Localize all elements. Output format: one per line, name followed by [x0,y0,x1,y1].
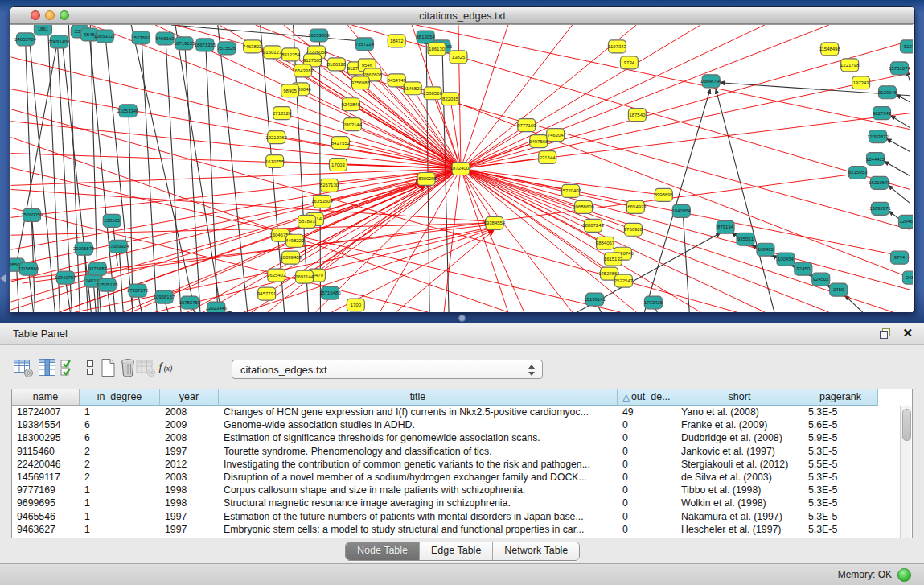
table-row[interactable]: 911546021997Tourette syndrome. Phenomeno… [12,445,912,458]
cell-name[interactable]: 14569117 [12,471,80,484]
network-node[interactable]: 822035 [441,93,459,105]
cell-short[interactable]: Jankovic et al. (1997) [676,445,803,458]
network-node[interactable]: 9227343 [873,107,892,120]
network-node[interactable]: 10688609 [573,200,594,213]
tab-edge-table[interactable]: Edge Table [420,542,493,560]
cell-pagerank[interactable]: 5.9E-5 [803,431,878,444]
cell-name[interactable]: 18724007 [12,406,80,418]
network-node[interactable]: 158165 [103,214,121,227]
network-node[interactable]: 92450 [795,262,812,275]
network-node[interactable]: 24055724 [14,33,36,46]
network-node[interactable]: 15892971 [869,202,891,215]
network-node[interactable]: 2450 [830,283,848,296]
network-node[interactable]: 9457791 [257,287,277,300]
network-node[interactable]: 879194 [717,220,734,233]
cell-year[interactable]: 2008 [160,406,219,418]
network-node[interactable]: 9756928 [624,223,643,236]
column-header-out_de[interactable]: △out_de... [618,389,676,406]
column-header-year[interactable]: year [160,389,219,406]
cell-year[interactable]: 1997 [160,523,219,536]
network-node[interactable]: 2522547 [614,274,634,287]
network-node[interactable]: 12213363 [265,131,287,144]
network-node[interactable]: 13825 [450,51,467,64]
close-panel-icon[interactable]: ✕ [902,326,913,340]
cell-pagerank[interactable]: 5.3E-5 [803,445,878,458]
cell-name[interactable]: 9463627 [12,523,80,536]
cell-in_degree[interactable]: 6 [80,431,160,444]
network-node[interactable]: 8427552 [331,137,351,150]
tab-node-table[interactable]: Node Table [346,542,420,560]
network-node[interactable]: 7515526 [217,42,236,55]
cell-title[interactable]: Structural magnetic resonance image aver… [219,496,618,509]
cell-short[interactable]: Nakamura et al. (1997) [676,510,803,523]
cell-pagerank[interactable]: 5.6E-5 [803,418,878,431]
cell-out_de[interactable]: 0 [618,523,676,536]
cell-out_de[interactable]: 0 [618,418,676,431]
cell-in_degree[interactable]: 1 [80,510,160,523]
cell-short[interactable]: Yano et al. (2008) [676,406,803,418]
network-node[interactable]: 10719155 [174,37,195,50]
network-node[interactable]: 15136141 [584,293,606,306]
network-node[interactable]: 7357224 [355,38,375,51]
network-node[interactable]: 1615132 [604,253,623,266]
column-header-in_degree[interactable]: in_degree [80,389,160,406]
network-node[interactable]: 9160123 [263,46,282,59]
cell-out_de[interactable]: 0 [618,458,676,471]
network-view[interactable]: 2405572420691406186125469546106533271527… [10,25,913,312]
network-node[interactable]: 231644 [539,151,556,164]
cell-year[interactable]: 2003 [160,471,219,484]
column-header-pagerank[interactable]: pagerank [803,389,878,406]
cell-out_de[interactable]: 0 [618,510,676,523]
table-row[interactable]: 1872400712008Changes of HCN gene express… [12,406,912,418]
float-panel-icon[interactable] [880,328,890,339]
network-node[interactable]: 21053346 [117,105,139,117]
network-node[interactable]: 9756985 [351,76,371,89]
cell-name[interactable]: 18300295 [12,431,80,444]
network-node[interactable]: 1244415 [866,153,885,166]
network-node[interactable]: 16543382 [292,64,314,77]
show-columns-icon[interactable] [36,357,59,380]
cell-year[interactable]: 1997 [160,445,219,458]
cell-short[interactable]: de Silva et al. (2003) [676,471,803,484]
cell-name[interactable]: 9115460 [12,445,80,458]
cell-short[interactable]: Wolkin et al. (1998) [676,496,803,509]
network-node[interactable]: 9466160 [155,32,175,45]
table-scrollbar-thumb[interactable] [902,409,911,441]
cell-year[interactable]: 2008 [160,431,219,444]
network-node[interactable]: 7625402 [267,269,286,282]
cell-pagerank[interactable]: 5.3E-5 [803,471,878,484]
network-node[interactable]: 746204 [547,129,565,142]
network-node[interactable]: 9734 [620,56,638,69]
new-column-icon[interactable] [97,357,119,380]
network-node[interactable]: 9497568 [529,135,548,148]
network-node[interactable]: 18300295 [416,172,437,185]
table-settings-icon[interactable] [12,357,35,380]
cell-out_de[interactable]: 0 [618,484,676,496]
network-node[interactable]: 9777169 [517,119,536,132]
network-node[interactable]: 1700 [347,299,364,311]
network-node[interactable]: 9774 [891,251,909,264]
network-node[interactable]: 7463822 [243,40,262,53]
cell-in_degree[interactable]: 2 [80,471,160,484]
table-row[interactable]: 977716911998Corpus callosum shape and si… [12,484,912,496]
network-node[interactable]: 1610755 [265,155,285,168]
cell-title[interactable]: Changes of HCN gene expression and I(f) … [219,406,618,418]
cell-in_degree[interactable]: 1 [80,496,160,509]
network-node[interactable]: 16648794 [700,75,722,88]
network-node[interactable]: 9129946 [878,86,897,99]
network-node[interactable]: 12505135 [97,278,118,291]
cell-name[interactable]: 9465546 [12,510,80,523]
network-node[interactable]: 2718120 [273,107,292,120]
network-node[interactable]: 12942757 [55,271,76,284]
network-node[interactable]: 12093872 [867,130,889,143]
network-node[interactable]: 197343 [852,76,870,89]
table-row[interactable]: 1456911722003Disruption of a novel membe… [12,471,912,484]
network-node[interactable]: 15716485 [319,286,341,299]
network-node[interactable]: 17003 [329,159,347,171]
cell-out_de[interactable]: 0 [618,431,676,444]
table-scrollbar[interactable] [900,406,911,538]
table-row[interactable]: 946554611997Estimation of the future num… [12,510,912,523]
cell-title[interactable]: Estimation of significance thresholds fo… [219,431,618,444]
cell-title[interactable]: Investigating the contribution of common… [219,458,618,471]
panel-collapse-arrow-icon[interactable] [0,274,6,282]
